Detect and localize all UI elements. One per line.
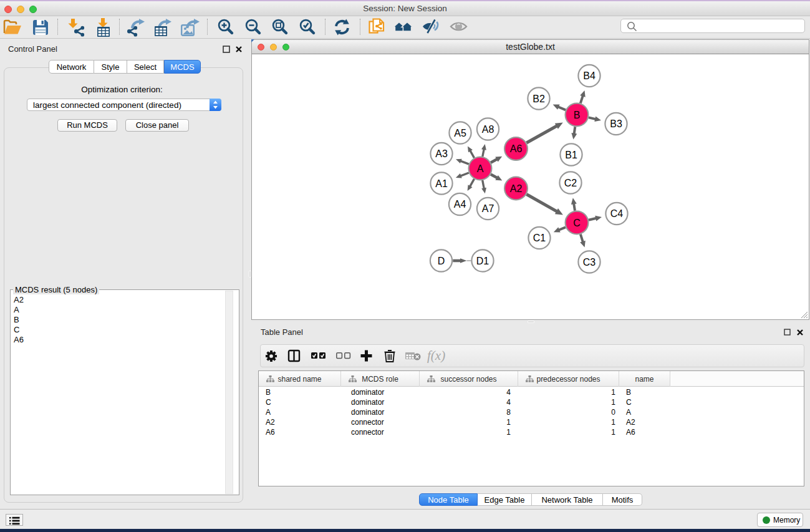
svg-text:B: B — [574, 110, 581, 120]
svg-text:C1: C1 — [533, 233, 546, 243]
svg-text:C3: C3 — [583, 257, 596, 268]
svg-text:B3: B3 — [610, 118, 622, 129]
svg-text:D: D — [438, 256, 445, 266]
svg-text:A6: A6 — [510, 143, 523, 154]
svg-text:B1: B1 — [565, 150, 577, 160]
svg-text:A7: A7 — [482, 203, 494, 214]
svg-text:A1: A1 — [435, 178, 448, 189]
svg-text:A2: A2 — [510, 183, 523, 194]
svg-text:B4: B4 — [583, 70, 595, 81]
svg-text:D1: D1 — [476, 256, 489, 266]
svg-text:C2: C2 — [564, 178, 577, 188]
svg-text:A4: A4 — [454, 199, 466, 210]
svg-text:C4: C4 — [610, 208, 624, 219]
svg-text:A5: A5 — [454, 128, 466, 138]
svg-text:A: A — [477, 163, 484, 174]
svg-text:C: C — [573, 218, 581, 228]
svg-text:A3: A3 — [435, 148, 448, 159]
svg-text:B2: B2 — [533, 94, 545, 104]
svg-text:A8: A8 — [482, 124, 494, 135]
